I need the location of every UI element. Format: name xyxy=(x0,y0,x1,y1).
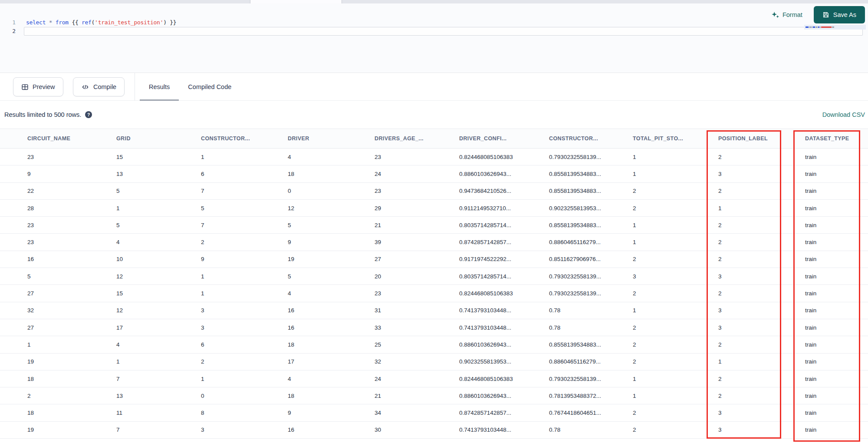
table-cell: 2 xyxy=(713,217,799,233)
minimap-token xyxy=(821,26,832,28)
results-limit-label: Results limited to 500 rows. xyxy=(4,111,81,118)
code-token: {{ xyxy=(69,19,82,26)
table-cell: 0.8558139534883... xyxy=(543,336,627,353)
table-row: 913618240.8860103626943...0.855813953488… xyxy=(0,165,868,182)
table-cell: 0.8742857142857... xyxy=(454,234,543,250)
table-row: 23429390.8742857142857...0.8860465116279… xyxy=(0,234,868,251)
sql-editor[interactable]: 1 2 select * from {{ ref('train_test_pos… xyxy=(0,3,868,73)
compile-button[interactable]: Compile xyxy=(73,77,125,96)
table-cell: 2 xyxy=(627,200,713,216)
table-cell: 5 xyxy=(111,183,195,199)
table-cell: 25 xyxy=(369,336,454,353)
table-cell: 18 xyxy=(282,336,369,353)
table-cell: train xyxy=(799,149,868,165)
table-cell: 0.8860103626943... xyxy=(454,165,543,182)
table-cell: 7 xyxy=(195,183,282,199)
table-cell: train xyxy=(799,268,868,284)
table-cell: 2 xyxy=(627,251,713,268)
table-cell: 0.7930232558139... xyxy=(543,370,627,387)
table-cell: 0.8558139534883... xyxy=(543,165,627,182)
editor-minimap[interactable] xyxy=(804,25,866,30)
table-cell: train xyxy=(799,336,868,353)
table-cell: 0.8860465116279... xyxy=(543,234,627,250)
table-cell: 21 xyxy=(369,387,454,404)
line-number-1: 1 xyxy=(6,18,16,27)
table-cell: 2 xyxy=(627,422,713,438)
results-limit-text: Results limited to 500 rows. ? xyxy=(4,101,92,129)
format-button[interactable]: Format xyxy=(771,11,802,19)
table-cell: 2 xyxy=(627,183,713,199)
table-cell: 10 xyxy=(111,251,195,268)
tab-results[interactable]: Results xyxy=(140,73,179,101)
tab-results-label: Results xyxy=(149,83,170,90)
preview-label: Preview xyxy=(33,83,55,90)
table-cell: 1 xyxy=(627,149,713,165)
table-cell: 5 xyxy=(22,268,111,284)
minimap-token xyxy=(818,26,819,28)
table-cell: 0 xyxy=(195,387,282,404)
table-cell: 21 xyxy=(369,217,454,233)
column-header: DRIVER_CONFI... xyxy=(454,129,543,148)
table-row: 281512290.9112149532710...0.902325581395… xyxy=(0,200,868,217)
table-row: 231514230.8244680851063830.7930232558139… xyxy=(0,149,868,165)
question-mark-icon[interactable]: ? xyxy=(85,111,92,118)
table-cell: 30 xyxy=(369,422,454,438)
table-row: 191217320.9023255813953...0.886046511627… xyxy=(0,354,868,370)
window-tab-bar xyxy=(0,0,868,3)
table-cell: train xyxy=(799,165,868,182)
table-row: 2717316330.7413793103448...0.7823train xyxy=(0,319,868,336)
code-token xyxy=(46,19,49,26)
tab-compiled-code[interactable]: Compiled Code xyxy=(179,73,240,101)
save-as-button[interactable]: Save As xyxy=(814,6,865,23)
table-cell: 1 xyxy=(627,370,713,387)
table-cell: 9 xyxy=(282,234,369,250)
table-cell: train xyxy=(799,387,868,404)
table-cell: 23 xyxy=(22,234,111,250)
table-cell: train xyxy=(799,302,868,319)
table-cell: 2 xyxy=(713,251,799,268)
table-cell: 0.824468085106383 xyxy=(454,285,543,301)
table-cell: 8 xyxy=(195,404,282,421)
minimap-token xyxy=(813,26,815,28)
table-cell: 3 xyxy=(713,404,799,421)
table-cell: 0.9023255813953... xyxy=(543,200,627,216)
table-cell: 0.8860465116279... xyxy=(543,354,627,370)
table-cell: 15 xyxy=(111,149,195,165)
table-cell: 0.7413793103448... xyxy=(454,302,543,319)
sparkles-icon xyxy=(771,11,779,19)
table-cell: train xyxy=(799,234,868,250)
table-cell: 16 xyxy=(282,422,369,438)
table-cell: 2 xyxy=(713,149,799,165)
preview-button[interactable]: Preview xyxy=(13,77,63,96)
table-cell: train xyxy=(799,404,868,421)
table-cell: 3 xyxy=(713,165,799,182)
active-line-highlight[interactable] xyxy=(24,27,863,36)
save-as-label: Save As xyxy=(833,11,856,18)
code-line-1[interactable]: select * from {{ ref('train_test_positio… xyxy=(26,18,176,27)
table-cell: 0.8035714285714... xyxy=(454,268,543,284)
table-cell: 0.7413793103448... xyxy=(454,319,543,336)
table-cell: 16 xyxy=(282,319,369,336)
table-row: 22570230.9473684210526...0.8558139534883… xyxy=(0,183,868,200)
active-file-tab[interactable] xyxy=(250,0,342,3)
table-row: 3212316310.7413793103448...0.7813train xyxy=(0,302,868,319)
table-cell: 4 xyxy=(282,149,369,165)
table-cell: 7 xyxy=(111,370,195,387)
table-row: 181189340.8742857142857...0.767441860465… xyxy=(0,404,868,421)
table-cell: 39 xyxy=(369,234,454,250)
table-cell: 7 xyxy=(195,217,282,233)
table-grid-icon xyxy=(21,83,29,91)
table-cell: 17 xyxy=(111,319,195,336)
table-cell: 2 xyxy=(627,336,713,353)
table-cell: 0.8558139534883... xyxy=(543,217,627,233)
table-cell: 0.78 xyxy=(543,302,627,319)
table-cell: 3 xyxy=(713,422,799,438)
minimap-token xyxy=(815,26,818,28)
table-cell: 2 xyxy=(713,285,799,301)
table-cell: 31 xyxy=(369,302,454,319)
table-row: 213018210.8860103626943...0.781395348837… xyxy=(0,387,868,404)
download-csv-link[interactable]: Download CSV xyxy=(822,101,865,129)
column-header: CONSTRUCTOR... xyxy=(195,129,282,148)
table-cell: 1 xyxy=(195,285,282,301)
table-cell: 19 xyxy=(22,422,111,438)
